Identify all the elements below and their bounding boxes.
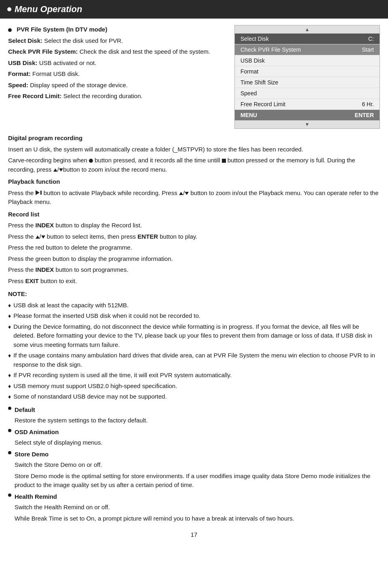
- default-title-line: Default: [8, 405, 380, 415]
- playback-title: Playback function: [8, 177, 380, 187]
- store-title-line: Store Demo: [8, 450, 380, 459]
- store-text2: Store Demo mode is the optimal setting f…: [8, 472, 380, 490]
- digital-title: Digital program recording: [8, 134, 380, 143]
- menu-footer-right: ENTER: [355, 112, 374, 118]
- pvr-title: PVR File System (In DTV mode): [8, 25, 226, 34]
- osd-title-line: OSD Animation: [8, 428, 380, 437]
- note-title: NOTE:: [8, 290, 380, 299]
- note-item-1: ♦ USB disk at least the capacity with 51…: [8, 301, 380, 310]
- note-item-2: ♦ Please format the inserted USB disk wh…: [8, 311, 380, 321]
- record-list-title: Record list: [8, 210, 380, 219]
- menu-row-free-record: Free Record Limit 6 Hr.: [235, 99, 380, 110]
- osd-section: OSD Animation Select style of displaying…: [8, 428, 380, 447]
- diamond-6: ♦: [8, 382, 11, 391]
- health-section: Health Remind Switch the Health Remind o…: [8, 492, 380, 523]
- page-number: 17: [8, 531, 380, 538]
- record-list-6: Press EXIT button to exit.: [8, 277, 380, 286]
- speed-line: Speed: Display speed of the storage devi…: [8, 81, 226, 90]
- diamond-3: ♦: [8, 323, 11, 331]
- select-disk-line: Select Disk: Select the disk used for PV…: [8, 36, 226, 46]
- record-icon: [89, 159, 93, 163]
- left-column: PVR File System (In DTV mode) Select Dis…: [8, 25, 226, 129]
- record-list-3: Press the red button to delete the progr…: [8, 243, 380, 252]
- digital-section: Digital program recording Insert an U di…: [8, 134, 380, 174]
- playback-section: Playback function Press the button to ac…: [8, 177, 380, 207]
- tri-down-icon2: [185, 192, 189, 195]
- record-list-section: Record list Press the INDEX button to di…: [8, 210, 380, 286]
- playback-text: Press the button to activate Playback wh…: [8, 189, 380, 207]
- tri-up-icon3: [36, 235, 40, 239]
- diamond-7: ♦: [8, 393, 11, 401]
- store-text1: Switch the Store Demo on or off.: [8, 460, 380, 470]
- header-bullet: [7, 7, 11, 11]
- record-list-2: Press the / button to select items, then…: [8, 232, 380, 242]
- menu-row-format: Format: [235, 66, 380, 77]
- note-item-7: ♦ Some of nonstandard USB device may not…: [8, 392, 380, 401]
- default-text: Restore the system settings to the facto…: [8, 416, 380, 425]
- page-title: Menu Operation: [15, 4, 82, 15]
- menu-arrow-down: ▼: [235, 120, 380, 128]
- record-list-5: Press the INDEX button to sort programme…: [8, 265, 380, 275]
- health-text1: Switch the Health Remind on or off.: [8, 503, 380, 512]
- format-line: Format: Format USB disk.: [8, 69, 226, 79]
- diamond-1: ♦: [8, 301, 11, 310]
- store-section: Store Demo Switch the Store Demo on or o…: [8, 450, 380, 490]
- tri-down-icon3: [41, 235, 45, 239]
- menu-row-usb-disk: USB Disk: [235, 55, 380, 66]
- health-title-line: Health Remind: [8, 492, 380, 502]
- menu-row-check-pvr: Check PVR File System Start: [235, 44, 380, 55]
- menu-row-select-disk: Select Disk C:: [235, 34, 380, 44]
- page-header: Menu Operation: [0, 0, 388, 19]
- digital-text1: Insert an U disk, the system will automa…: [8, 145, 380, 154]
- menu-footer-left: MENU: [240, 112, 257, 118]
- menu-arrow-up: ▲: [235, 25, 380, 34]
- diamond-2: ♦: [8, 312, 11, 320]
- note-item-3: ♦ During the Device formatting, do not d…: [8, 322, 380, 350]
- free-record-line: Free Record Limit: Select the recording …: [8, 92, 226, 101]
- menu-panel: ▲ Select Disk C: Check PVR File System S…: [234, 25, 380, 129]
- note-item-5: ♦ If PVR recording system is used all th…: [8, 371, 380, 380]
- usb-disk-line: USB Disk: USB activated or not.: [8, 59, 226, 68]
- circle-bullet-store: [8, 451, 11, 454]
- tri-up-icon: [53, 168, 57, 172]
- menu-row-speed: Speed: [235, 88, 380, 99]
- default-section: Default Restore the system settings to t…: [8, 405, 380, 425]
- pvr-bullet: [8, 28, 12, 32]
- note-item-6: ♦ USB memory must support USB2.0 high-sp…: [8, 382, 380, 391]
- record-list-4: Press the green button to display the pr…: [8, 254, 380, 264]
- digital-text2: Carve-recording begins when button press…: [8, 156, 380, 174]
- content-wrapper: PVR File System (In DTV mode) Select Dis…: [0, 19, 388, 546]
- health-text2: While Break Time is set to On, a prompt …: [8, 514, 380, 523]
- stop-icon: [222, 159, 226, 163]
- tri-up-icon2: [179, 192, 183, 195]
- diamond-5: ♦: [8, 371, 11, 380]
- osd-text: Select style of displaying menus.: [8, 438, 380, 447]
- menu-footer: MENU ENTER: [235, 110, 380, 120]
- play-pause-icon: [36, 190, 42, 195]
- tri-down-icon: [59, 168, 63, 172]
- circle-bullet-osd: [8, 429, 11, 432]
- circle-bullet-default: [8, 407, 11, 410]
- check-pvr-line: Check PVR File System: Check the disk an…: [8, 47, 226, 57]
- diamond-4: ♦: [8, 351, 11, 360]
- note-item-4: ♦ If the usage contains many ambulation …: [8, 351, 380, 369]
- note-section: NOTE: ♦ USB disk at least the capacity w…: [8, 290, 380, 401]
- top-section: PVR File System (In DTV mode) Select Dis…: [8, 25, 380, 129]
- circle-bullet-health: [8, 494, 11, 497]
- menu-row-time-shift: Time Shift Size: [235, 77, 380, 88]
- right-column: ▲ Select Disk C: Check PVR File System S…: [234, 25, 380, 129]
- record-list-1: Press the INDEX button to display the Re…: [8, 221, 380, 230]
